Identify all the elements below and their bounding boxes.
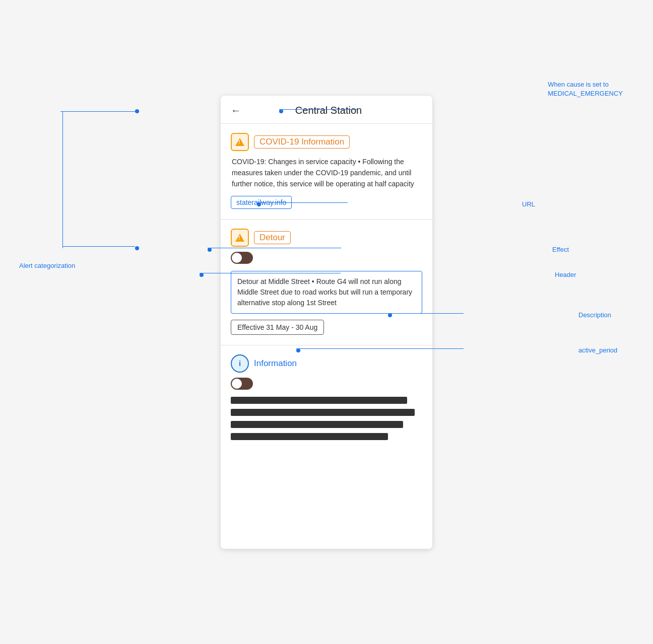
- page-title: Central Station: [247, 105, 410, 116]
- alert3-info-icon: i: [231, 354, 249, 373]
- ann-line-period: [296, 348, 464, 349]
- alert2-row: Detour: [231, 229, 422, 247]
- dot-covid-title: [279, 109, 283, 113]
- ann-line-description: [388, 313, 464, 314]
- skeleton-line-4: [231, 433, 388, 440]
- ann-line-v-left: [62, 111, 63, 248]
- alert2-warning-icon: [231, 229, 249, 247]
- alert1-title: COVID-19 Information: [254, 135, 350, 149]
- skeleton-line-3: [231, 421, 403, 428]
- alert2-desc-label: Detour at Middle Street •: [237, 277, 314, 285]
- alert-covid-section: COVID-19 Information COVID-19: Changes i…: [221, 124, 432, 220]
- alert3-title: Information: [254, 359, 297, 369]
- alert1-row: COVID-19 Information: [231, 133, 422, 151]
- dot-period: [296, 348, 300, 352]
- annotation-cause: When cause is set to MEDICAL_EMERGENCY: [548, 80, 623, 98]
- alert2-description: Detour at Middle Street • Route G4 will …: [231, 271, 422, 314]
- dot-alert1-icon: [135, 109, 139, 113]
- ann-line-cause: [279, 109, 357, 110]
- dot-alert2-icon: [135, 246, 139, 250]
- alert2-period: Effective 31 May - 30 Aug: [231, 320, 324, 335]
- skeleton-line-2: [231, 409, 415, 416]
- dot-description: [388, 313, 392, 317]
- dot-effect: [208, 248, 212, 252]
- annotation-alert-categorization: Alert categorization: [19, 262, 75, 269]
- alert3-row: i Information: [231, 354, 422, 373]
- alert-info-section: i Information: [221, 345, 432, 455]
- phone-card: ← Central Station COVID-19 Information C…: [221, 96, 432, 549]
- dot-url: [257, 202, 261, 206]
- triangle-icon-2: [235, 234, 244, 242]
- dot-header: [200, 273, 204, 277]
- alert-detour-section: Detour Detour at Middle Street • Route G…: [221, 220, 432, 345]
- ann-line-header: [200, 273, 341, 273]
- ann-line-effect: [208, 248, 341, 248]
- alert3-skeleton: [231, 397, 422, 440]
- ann-line-url: [257, 202, 348, 203]
- alert2-toggle[interactable]: [231, 252, 253, 264]
- triangle-icon: [235, 138, 244, 146]
- alert2-title: Detour: [254, 231, 291, 244]
- ann-line-alert1-icon: [60, 111, 135, 112]
- page-wrapper: ← Central Station COVID-19 Information C…: [0, 0, 653, 644]
- alert3-toggle[interactable]: [231, 378, 253, 390]
- skeleton-line-1: [231, 397, 407, 404]
- alert1-body: COVID-19: Changes in service capacity • …: [231, 156, 422, 190]
- alert1-warning-icon: [231, 133, 249, 151]
- annotation-cause-text: When cause is set to MEDICAL_EMERGENCY: [548, 81, 623, 97]
- ann-line-alert2-icon: [62, 246, 135, 247]
- back-button[interactable]: ←: [231, 105, 241, 116]
- info-letter: i: [239, 359, 241, 368]
